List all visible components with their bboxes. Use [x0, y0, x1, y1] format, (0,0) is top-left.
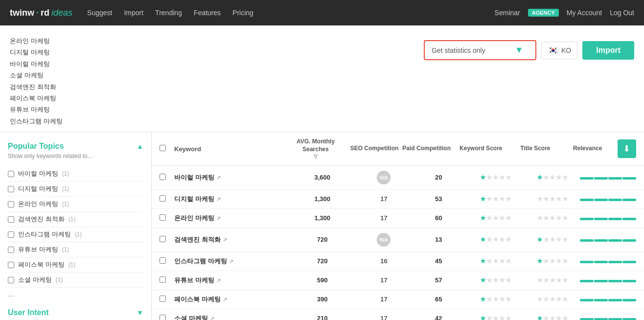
header-kscore[interactable]: Keyword Score: [453, 145, 509, 153]
keyword-cell: 온라인 마케팅 ↗: [174, 214, 288, 223]
row-checkbox-2[interactable]: [160, 214, 166, 221]
topic-label: 소셜 마케팅: [18, 275, 52, 284]
topic-checkbox-5[interactable]: [8, 247, 14, 253]
relevance-segment: [622, 299, 636, 301]
collapse-icon[interactable]: ▲: [137, 142, 143, 150]
seo-value: 17: [380, 296, 387, 303]
relevance-segment: [580, 318, 594, 320]
topic-item: 소셜 마케팅 (1): [8, 273, 143, 288]
user-intent-expand-icon[interactable]: ▼: [137, 309, 143, 317]
star-icon: ★: [499, 214, 505, 223]
tscore-cell: ★★★★★: [525, 257, 580, 266]
external-link-icon[interactable]: ↗: [223, 237, 227, 243]
relevance-segment: [608, 239, 622, 242]
star-icon: ★: [562, 195, 568, 204]
keyword-text: 디지털 마케팅: [174, 195, 214, 204]
kscore-cell: ★★★★★: [466, 195, 525, 204]
star-icon: ★: [543, 315, 549, 320]
external-link-icon[interactable]: ↗: [216, 277, 221, 284]
topic-checkbox-6[interactable]: [8, 262, 14, 268]
import-button[interactable]: Import: [582, 41, 634, 60]
seminar-link[interactable]: Seminar: [495, 9, 520, 17]
row-checkbox-3[interactable]: [160, 236, 166, 242]
row-checkbox-6[interactable]: [160, 296, 166, 302]
star-icon: ★: [556, 276, 562, 285]
select-all-checkbox[interactable]: [160, 145, 166, 151]
relevance-segment: [580, 239, 594, 242]
table-row: 유튜브 마케팅 ↗ 590 17 57 ★★★★★ ★★★★★: [152, 271, 644, 290]
seo-cell: N/A: [357, 233, 412, 247]
row-checkbox-5[interactable]: [160, 276, 166, 283]
logo-text: twinw: [10, 8, 34, 18]
topic-label: 인스타그램 마케팅: [18, 230, 71, 239]
row-checkbox-7[interactable]: [160, 315, 166, 320]
topic-checkbox-4[interactable]: [8, 231, 14, 238]
star-icon: ★: [499, 296, 505, 304]
keyword-item: 페이스북 마케팅: [10, 92, 63, 104]
lang-code: KO: [561, 46, 571, 54]
paid-cell: 53: [411, 195, 466, 204]
nav-features[interactable]: Features: [194, 9, 221, 17]
star-icon: ★: [537, 174, 543, 182]
header-paid[interactable]: Paid Competition: [400, 145, 453, 153]
relevance-cell: [580, 258, 636, 266]
relevance-segment: [608, 299, 622, 301]
star-icon: ★: [537, 214, 543, 223]
keyword-item: 인스타그램 마케팅: [10, 115, 63, 127]
star-icon: ★: [556, 257, 562, 266]
header-tscore[interactable]: Title Score: [509, 145, 562, 153]
row-checkbox-0[interactable]: [160, 174, 166, 180]
row-check: [160, 236, 174, 244]
seo-value: 17: [380, 315, 387, 320]
topic-checkbox-0[interactable]: [8, 171, 14, 177]
star-icon: ★: [543, 174, 549, 182]
nav-import[interactable]: Import: [124, 9, 143, 17]
table-row: 소셜 마케팅 ↗ 210 17 42 ★★★★★ ★★★★★: [152, 309, 644, 320]
get-stats-dropdown[interactable]: Get statistics only ▼: [424, 40, 536, 60]
kscore-cell: ★★★★★: [466, 315, 525, 320]
star-icon: ★: [550, 214, 555, 223]
external-link-icon[interactable]: ↗: [210, 316, 214, 320]
row-checkbox-1[interactable]: [160, 195, 166, 202]
header-avg-label: AVG. Monthly Searches: [283, 138, 348, 153]
download-button[interactable]: ⬇: [618, 139, 636, 158]
star-icon: ★: [537, 236, 543, 244]
topic-label: 온라인 마케팅: [18, 200, 58, 208]
header-relevance[interactable]: Relevance: [561, 145, 614, 153]
topic-checkbox-2[interactable]: [8, 201, 14, 207]
header-avg[interactable]: AVG. Monthly Searches ▽: [283, 138, 348, 160]
topic-label: 유튜브 마케팅: [18, 245, 58, 254]
star-icon: ★: [493, 296, 499, 304]
star-icon: ★: [543, 195, 549, 204]
nav-pricing[interactable]: Pricing: [232, 9, 253, 17]
star-icon: ★: [556, 236, 562, 244]
topic-checkbox-7[interactable]: [8, 277, 14, 283]
external-link-icon[interactable]: ↗: [216, 175, 221, 181]
log-out-link[interactable]: Log Out: [610, 9, 634, 17]
header-seo-label: SEO Competition: [350, 145, 399, 153]
external-link-icon[interactable]: ↗: [216, 196, 221, 203]
star-icon: ★: [543, 236, 549, 244]
nav-suggest[interactable]: Suggest: [87, 9, 112, 17]
star-icon: ★: [543, 296, 549, 304]
external-link-icon[interactable]: ↗: [223, 297, 227, 303]
external-link-icon[interactable]: ↗: [229, 258, 233, 265]
header-keyword[interactable]: Keyword: [174, 145, 283, 153]
my-account-link[interactable]: My Account: [567, 9, 602, 17]
logo[interactable]: twinw·rd ideas: [10, 8, 72, 18]
nav-trending[interactable]: Trending: [155, 9, 182, 17]
star-icon: ★: [486, 257, 492, 266]
external-link-icon[interactable]: ↗: [216, 215, 221, 222]
paid-cell: 45: [411, 257, 466, 266]
relevance-segment: [608, 318, 622, 320]
language-selector[interactable]: 🇰🇷 KO: [541, 42, 577, 59]
header-seo[interactable]: SEO Competition: [348, 145, 401, 153]
topic-count: (1): [62, 185, 69, 192]
star-icon: ★: [543, 257, 549, 266]
keyword-item: 바이럴 마케팅: [10, 58, 63, 69]
topic-checkbox-3[interactable]: [8, 216, 14, 223]
row-checkbox-4[interactable]: [160, 257, 166, 264]
relevance-segment: [580, 218, 594, 220]
relevance-segment: [580, 280, 594, 282]
topic-checkbox-1[interactable]: [8, 186, 14, 192]
